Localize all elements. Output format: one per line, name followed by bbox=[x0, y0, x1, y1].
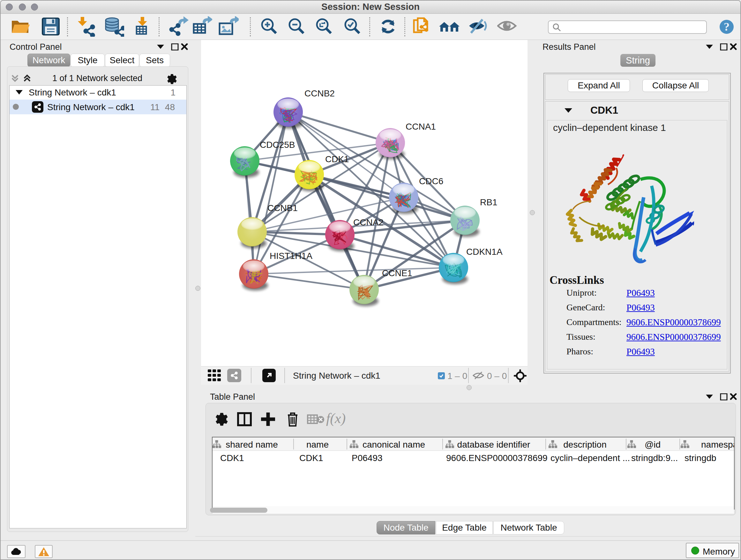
svg-text:CCNB2: CCNB2 bbox=[305, 88, 335, 98]
svg-text:HIST1H1A: HIST1H1A bbox=[270, 251, 313, 261]
svg-text:CCNA1: CCNA1 bbox=[406, 122, 436, 132]
svg-text:RB1: RB1 bbox=[480, 197, 497, 207]
svg-text:CDKN1A: CDKN1A bbox=[466, 247, 502, 257]
svg-text:CDK1: CDK1 bbox=[325, 154, 349, 164]
svg-text:?: ? bbox=[724, 20, 730, 33]
svg-text:CCNA2: CCNA2 bbox=[353, 217, 384, 227]
svg-text:CDC25B: CDC25B bbox=[260, 140, 295, 150]
svg-text:CDC6: CDC6 bbox=[419, 176, 443, 186]
svg-text:CCNE1: CCNE1 bbox=[382, 268, 412, 278]
svg-text:CCNB1: CCNB1 bbox=[267, 203, 298, 213]
